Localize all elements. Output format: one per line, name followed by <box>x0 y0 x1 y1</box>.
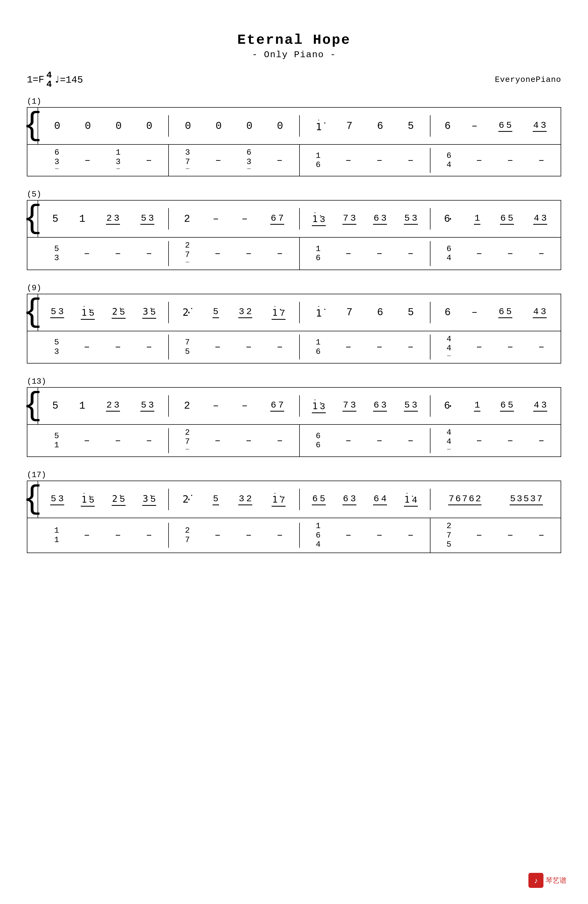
measure-1-1: 0 0 0 0 <box>38 115 169 137</box>
measure-1-3: 1̇ 7 6 5 <box>300 115 430 137</box>
section-5-label: (5) <box>27 190 561 199</box>
time-den: 4 <box>46 80 52 89</box>
brace-5: { <box>27 201 38 237</box>
measure-5-4: 6 1 6 5 4 3 <box>430 208 561 229</box>
section-17-label: (17) <box>27 470 561 479</box>
chord: 63┈ <box>247 148 251 173</box>
section-1: { 0 0 0 0 0 0 0 0 1̇ 7 6 5 <box>27 107 561 176</box>
section-1-label: (1) <box>27 97 561 106</box>
meta-row: 1=F 4 4 ♩=145 EveryonePiano <box>27 71 561 89</box>
note: 0 <box>216 120 222 132</box>
brand-label: EveryonePiano <box>495 75 561 84</box>
note: 1̇ <box>315 119 322 133</box>
treble-staff-5: { 5 1 2 3 5 3 2 – – 6 7 <box>27 201 561 238</box>
note: 0 <box>277 120 283 132</box>
svg-text:♪: ♪ <box>534 876 538 885</box>
note: 5 <box>506 120 512 131</box>
title-main: Eternal Hope <box>22 32 566 48</box>
note: 5 <box>408 120 414 132</box>
note: 4 <box>533 120 539 131</box>
note: 7 <box>346 120 353 132</box>
bass-staff-5: 53 – – – 27┈ – – – 16 – – – 64 – – – <box>27 238 561 269</box>
key-time: 1=F 4 4 ♩=145 <box>27 71 83 89</box>
treble-staff-1: { 0 0 0 0 0 0 0 0 1̇ 7 6 5 <box>27 107 561 145</box>
bass-measures-5: 53 – – – 27┈ – – – 16 – – – 64 – – – <box>38 238 561 269</box>
watermark-text: 琴艺谱 <box>545 876 566 885</box>
key-label: 1=F <box>27 74 44 85</box>
measure-5-1: 5 1 2 3 5 3 <box>38 208 169 229</box>
page-title: Eternal Hope - Only Piano - <box>22 32 566 60</box>
note: 6 <box>445 120 451 132</box>
treble-measures-1: 0 0 0 0 0 0 0 0 1̇ 7 6 5 6 – <box>38 115 561 137</box>
treble-measures-5: 5 1 2 3 5 3 2 – – 6 7 <box>38 208 561 229</box>
measure-5-3: 1̇ 3 7 3 6 3 5 3 <box>300 208 430 229</box>
note: 0 <box>54 120 60 132</box>
note: 6 <box>377 120 383 132</box>
chord: 64 <box>446 151 451 170</box>
watermark: ♪ 琴艺谱 <box>528 873 566 888</box>
tempo: ♩=145 <box>54 74 83 85</box>
chord: 63┈ <box>55 148 59 173</box>
watermark-icon: ♪ <box>528 873 544 888</box>
bass-measure-1-2: 37┈ – 63┈ – <box>169 145 300 176</box>
note: 0 <box>184 120 191 132</box>
section-17: { 5 3 1̇ 5 2̇ 5 3̇ 5 <box>27 480 561 553</box>
title-sub: - Only Piano - <box>22 50 566 60</box>
note: 0 <box>246 120 252 132</box>
measure-1-2: 0 0 0 0 <box>169 115 300 137</box>
bass-measures-1: 63┈ – 13┈ – 37┈ – 63┈ – 16 – – – 64 – – <box>38 145 561 176</box>
section-9-label: (9) <box>27 283 561 292</box>
time-num: 4 <box>46 71 52 80</box>
note: 3 <box>540 120 547 131</box>
treble-staff-9: { 5 3 1̇ 5 2̇ 5 3̇ 5 <box>27 294 561 331</box>
note: – <box>471 120 478 132</box>
measure-5-2: 2 – – 6 7 <box>169 208 300 229</box>
chord: 16 <box>315 151 320 170</box>
section-13: { 5 1 2 3 5 3 2 – – 6 7 <box>27 387 561 457</box>
bass-staff-1: 63┈ – 13┈ – 37┈ – 63┈ – 16 – – – 64 – – <box>27 145 561 176</box>
section-13-label: (13) <box>27 377 561 386</box>
measure-1-4: 6 – 6 5 4 3 <box>430 115 561 137</box>
bass-measure-1-1: 63┈ – 13┈ – <box>38 145 169 176</box>
note: 0 <box>85 120 91 132</box>
note: 0 <box>115 120 122 132</box>
chord: 13┈ <box>116 148 120 173</box>
time-signature: 4 4 <box>46 71 52 89</box>
bass-measure-1-4: 64 – – – <box>430 148 561 173</box>
beam-group: 4 3 <box>533 120 547 132</box>
section-5: { 5 1 2 3 5 3 2 – – 6 7 <box>27 200 561 270</box>
chord: 37┈ <box>185 148 190 173</box>
beam-group: 6 5 <box>498 120 512 132</box>
note: 0 <box>146 120 153 132</box>
bass-measure-1-3: 16 – – – <box>300 148 430 173</box>
brace-1: { <box>27 107 38 144</box>
section-9: { 5 3 1̇ 5 2̇ 5 3̇ 5 <box>27 294 561 363</box>
note: 6 <box>498 120 505 131</box>
